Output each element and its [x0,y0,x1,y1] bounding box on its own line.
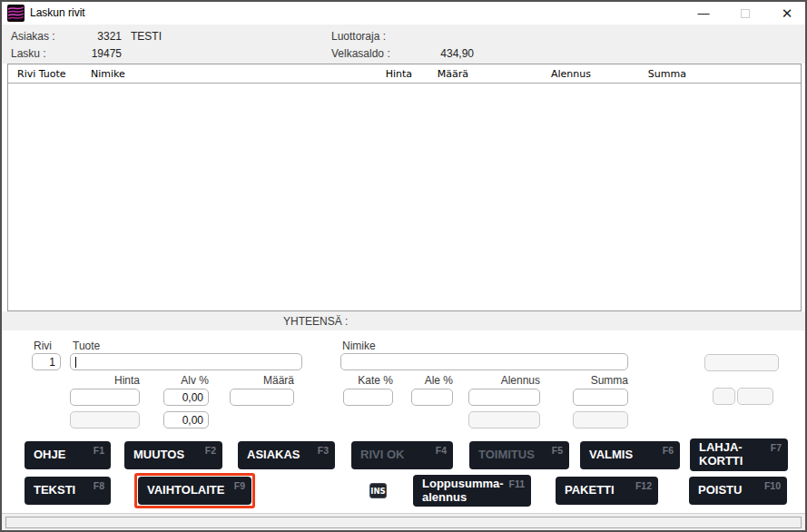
laskun-rivit-window: Laskun rivit — ✕ Asiakas : 3321 TESTI La… [0,0,807,532]
alv-field[interactable] [163,389,209,406]
summa-label: Summa [573,374,628,387]
fkey-f10: F10 [764,480,781,491]
alennus-field[interactable] [468,389,540,406]
fkey-f2: F2 [205,445,216,456]
asiakas-number: 3321 [56,30,122,43]
poistu-button[interactable]: POISTU F10 [689,477,787,505]
ale-field[interactable] [411,389,453,406]
extra-field-3 [737,388,773,405]
row-entry-form: Rivi Tuote Nimike Hinta Alv % Määrä Kate… [2,330,805,438]
fkey-f12: F12 [635,480,652,491]
maximize-icon [741,9,750,18]
fkey-f3: F3 [318,445,329,456]
window-title: Laskun rivit [30,6,85,19]
extra-field-2 [713,388,735,405]
fkey-f5: F5 [552,445,563,456]
fkey-f11: F11 [508,478,525,489]
maximize-button [730,2,761,25]
fkey-f8: F8 [93,480,104,491]
lahjakortti-button[interactable]: LAHJA-KORTTI F7 [690,438,788,471]
minimize-button[interactable]: — [688,2,719,25]
extra-field-1 [704,354,779,371]
col-hinta: Hinta [364,68,412,80]
lasku-label: Lasku : [11,47,46,60]
valmis-button[interactable]: VALMIS F6 [580,441,680,469]
kate-label: Kate % [343,374,393,387]
invoice-header: Asiakas : 3321 TESTI Lasku : 19475 Luott… [2,25,805,64]
close-button[interactable]: ✕ [772,2,802,25]
totals-strip: YHTEENSÄ : [2,311,805,330]
text-cursor [75,357,76,368]
ale-label: Ale % [411,374,453,387]
lasku-number: 19475 [56,47,122,60]
status-bar [2,513,805,530]
fkey-f9: F9 [234,480,245,491]
col-summa: Summa [639,68,686,80]
col-nimike: Nimike [91,68,125,80]
status-message-panel [5,517,802,528]
luottoraja-label: Luottoraja : [331,30,386,43]
alv-label: Alv % [163,374,209,387]
fkey-f6: F6 [663,445,674,456]
invoice-rows-table[interactable]: Rivi Tuote Nimike Hinta Määrä Alennus Su… [7,64,802,311]
summa-field-2 [573,411,628,429]
col-maara: Määrä [421,68,468,80]
yhteensa-label: YHTEENSÄ : [283,315,348,328]
nimike-field[interactable] [340,353,628,370]
fkey-f1: F1 [93,445,104,456]
col-rivi-tuote: Rivi Tuote [17,68,66,80]
vaihtolaite-button[interactable]: VAIHTOLAITE F9 [138,477,251,505]
muutos-button[interactable]: MUUTOS F2 [124,441,222,469]
col-alennus: Alennus [539,68,591,80]
asiakas-name: TESTI [131,30,162,43]
rivi-label: Rivi [34,340,52,352]
rivi-field[interactable] [32,353,61,370]
alv-field-2[interactable] [163,411,209,429]
ohje-button[interactable]: OHJE F1 [25,441,111,469]
kate-field[interactable] [343,389,393,406]
alennus-field-2 [468,411,540,429]
asiakas-button[interactable]: ASIAKAS F3 [238,441,335,469]
fkey-f7: F7 [771,442,782,453]
tuote-field[interactable] [70,353,302,370]
maara-field[interactable] [230,389,294,406]
ins-badge: INS [369,483,387,498]
rivi-ok-button: RIVI OK F4 [351,441,453,469]
velkasaldo-label: Velkasaldo : [331,47,390,60]
teksti-button[interactable]: TEKSTI F8 [25,477,111,505]
paketti-button[interactable]: PAKETTI F12 [556,477,658,505]
summa-field[interactable] [573,389,628,406]
toimitus-button: TOIMITUS F5 [469,441,569,469]
title-bar: Laskun rivit — ✕ [2,2,805,25]
fkey-f4: F4 [436,445,447,456]
alennus-label: Alennus [468,374,540,387]
hinta-field-2 [70,411,140,429]
velkasaldo-value: 434,90 [392,47,474,60]
app-logo-icon [7,5,25,22]
table-header-row: Rivi Tuote Nimike Hinta Määrä Alennus Su… [8,64,801,84]
asiakas-label: Asiakas : [11,30,55,43]
maara-label: Määrä [230,374,294,387]
hinta-label: Hinta [70,374,140,387]
nimike-label: Nimike [342,340,376,352]
hinta-field[interactable] [70,389,140,406]
loppusumma-alennus-button[interactable]: Loppusumma-alennus F11 [413,475,531,507]
tuote-label: Tuote [73,340,100,352]
